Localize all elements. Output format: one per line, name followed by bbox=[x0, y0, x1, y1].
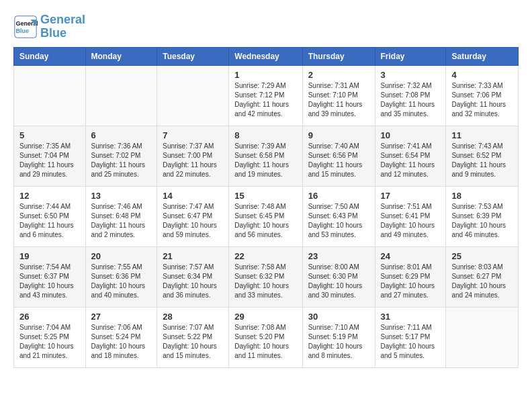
day-number: 7 bbox=[163, 130, 223, 140]
calendar-cell: 15Sunrise: 7:48 AM Sunset: 6:45 PM Dayli… bbox=[229, 186, 302, 246]
calendar-cell: 23Sunrise: 8:00 AM Sunset: 6:30 PM Dayli… bbox=[302, 246, 375, 307]
calendar-cell: 9Sunrise: 7:40 AM Sunset: 6:56 PM Daylig… bbox=[302, 126, 375, 186]
day-info: Sunrise: 7:51 AM Sunset: 6:41 PM Dayligh… bbox=[381, 202, 441, 240]
day-number: 4 bbox=[451, 70, 513, 80]
day-info: Sunrise: 7:31 AM Sunset: 7:10 PM Dayligh… bbox=[308, 81, 369, 119]
calendar-cell: 10Sunrise: 7:41 AM Sunset: 6:54 PM Dayli… bbox=[375, 126, 446, 186]
day-number: 31 bbox=[381, 312, 441, 322]
day-number: 30 bbox=[308, 312, 369, 322]
calendar-week-row: 1Sunrise: 7:29 AM Sunset: 7:12 PM Daylig… bbox=[14, 65, 519, 126]
day-info: Sunrise: 7:55 AM Sunset: 6:36 PM Dayligh… bbox=[91, 263, 152, 300]
day-info: Sunrise: 7:08 AM Sunset: 5:20 PM Dayligh… bbox=[234, 323, 296, 361]
calendar-cell: 8Sunrise: 7:39 AM Sunset: 6:58 PM Daylig… bbox=[229, 126, 302, 186]
day-info: Sunrise: 7:46 AM Sunset: 6:48 PM Dayligh… bbox=[91, 202, 152, 240]
calendar-cell: 2Sunrise: 7:31 AM Sunset: 7:10 PM Daylig… bbox=[302, 65, 375, 126]
calendar-cell bbox=[14, 65, 86, 126]
day-info: Sunrise: 7:10 AM Sunset: 5:19 PM Dayligh… bbox=[308, 323, 369, 361]
calendar-cell: 1Sunrise: 7:29 AM Sunset: 7:12 PM Daylig… bbox=[229, 65, 302, 126]
day-info: Sunrise: 7:35 AM Sunset: 7:04 PM Dayligh… bbox=[19, 142, 80, 179]
calendar-cell: 11Sunrise: 7:43 AM Sunset: 6:52 PM Dayli… bbox=[446, 126, 519, 186]
day-number: 5 bbox=[19, 130, 80, 140]
day-info: Sunrise: 7:29 AM Sunset: 7:12 PM Dayligh… bbox=[234, 81, 296, 119]
day-number: 27 bbox=[91, 312, 152, 322]
calendar-cell: 18Sunrise: 7:53 AM Sunset: 6:39 PM Dayli… bbox=[446, 186, 519, 246]
day-info: Sunrise: 8:00 AM Sunset: 6:30 PM Dayligh… bbox=[308, 263, 369, 300]
page-header: General Blue GeneralBlue bbox=[13, 13, 519, 40]
calendar-week-row: 5Sunrise: 7:35 AM Sunset: 7:04 PM Daylig… bbox=[14, 126, 519, 186]
weekday-header: Sunday bbox=[14, 47, 86, 65]
calendar-cell: 13Sunrise: 7:46 AM Sunset: 6:48 PM Dayli… bbox=[85, 186, 157, 246]
day-info: Sunrise: 7:48 AM Sunset: 6:45 PM Dayligh… bbox=[234, 202, 296, 240]
day-info: Sunrise: 7:33 AM Sunset: 7:06 PM Dayligh… bbox=[451, 81, 513, 119]
calendar-cell: 4Sunrise: 7:33 AM Sunset: 7:06 PM Daylig… bbox=[446, 65, 519, 126]
weekday-header: Thursday bbox=[302, 47, 375, 65]
day-number: 11 bbox=[451, 130, 513, 140]
calendar-cell: 3Sunrise: 7:32 AM Sunset: 7:08 PM Daylig… bbox=[375, 65, 446, 126]
day-number: 10 bbox=[381, 130, 441, 140]
weekday-header: Friday bbox=[375, 47, 446, 65]
calendar-cell: 16Sunrise: 7:50 AM Sunset: 6:43 PM Dayli… bbox=[302, 186, 375, 246]
calendar-cell: 20Sunrise: 7:55 AM Sunset: 6:36 PM Dayli… bbox=[85, 246, 157, 307]
day-info: Sunrise: 7:07 AM Sunset: 5:22 PM Dayligh… bbox=[163, 323, 223, 361]
weekday-header: Tuesday bbox=[157, 47, 229, 65]
day-info: Sunrise: 7:06 AM Sunset: 5:24 PM Dayligh… bbox=[91, 323, 152, 361]
day-number: 23 bbox=[308, 251, 369, 261]
calendar-cell: 19Sunrise: 7:54 AM Sunset: 6:37 PM Dayli… bbox=[14, 246, 86, 307]
logo-text: GeneralBlue bbox=[40, 13, 85, 40]
calendar-cell: 12Sunrise: 7:44 AM Sunset: 6:50 PM Dayli… bbox=[14, 186, 86, 246]
day-number: 12 bbox=[19, 191, 80, 201]
day-number: 26 bbox=[19, 312, 80, 322]
calendar-cell bbox=[157, 65, 229, 126]
calendar: SundayMondayTuesdayWednesdayThursdayFrid… bbox=[13, 47, 519, 368]
day-info: Sunrise: 7:50 AM Sunset: 6:43 PM Dayligh… bbox=[308, 202, 369, 240]
day-number: 1 bbox=[234, 70, 296, 80]
logo: General Blue GeneralBlue bbox=[13, 13, 85, 40]
calendar-cell: 28Sunrise: 7:07 AM Sunset: 5:22 PM Dayli… bbox=[157, 307, 229, 367]
day-number: 19 bbox=[19, 251, 80, 261]
day-info: Sunrise: 7:11 AM Sunset: 5:17 PM Dayligh… bbox=[381, 323, 441, 361]
day-info: Sunrise: 7:54 AM Sunset: 6:37 PM Dayligh… bbox=[19, 263, 80, 300]
calendar-week-row: 26Sunrise: 7:04 AM Sunset: 5:25 PM Dayli… bbox=[14, 307, 519, 367]
calendar-cell: 25Sunrise: 8:03 AM Sunset: 6:27 PM Dayli… bbox=[446, 246, 519, 307]
calendar-week-row: 12Sunrise: 7:44 AM Sunset: 6:50 PM Dayli… bbox=[14, 186, 519, 246]
calendar-cell: 21Sunrise: 7:57 AM Sunset: 6:34 PM Dayli… bbox=[157, 246, 229, 307]
calendar-cell: 22Sunrise: 7:58 AM Sunset: 6:32 PM Dayli… bbox=[229, 246, 302, 307]
calendar-cell bbox=[446, 307, 519, 367]
calendar-cell: 27Sunrise: 7:06 AM Sunset: 5:24 PM Dayli… bbox=[85, 307, 157, 367]
day-info: Sunrise: 7:47 AM Sunset: 6:47 PM Dayligh… bbox=[163, 202, 223, 240]
day-number: 14 bbox=[163, 191, 223, 201]
calendar-cell: 30Sunrise: 7:10 AM Sunset: 5:19 PM Dayli… bbox=[302, 307, 375, 367]
calendar-cell: 17Sunrise: 7:51 AM Sunset: 6:41 PM Dayli… bbox=[375, 186, 446, 246]
calendar-cell: 26Sunrise: 7:04 AM Sunset: 5:25 PM Dayli… bbox=[14, 307, 86, 367]
day-number: 20 bbox=[91, 251, 152, 261]
calendar-week-row: 19Sunrise: 7:54 AM Sunset: 6:37 PM Dayli… bbox=[14, 246, 519, 307]
day-info: Sunrise: 7:40 AM Sunset: 6:56 PM Dayligh… bbox=[308, 142, 369, 179]
day-info: Sunrise: 7:44 AM Sunset: 6:50 PM Dayligh… bbox=[19, 202, 80, 240]
weekday-header: Wednesday bbox=[229, 47, 302, 65]
day-info: Sunrise: 8:03 AM Sunset: 6:27 PM Dayligh… bbox=[451, 263, 513, 300]
day-info: Sunrise: 7:04 AM Sunset: 5:25 PM Dayligh… bbox=[19, 323, 80, 361]
day-number: 13 bbox=[91, 191, 152, 201]
calendar-cell: 7Sunrise: 7:37 AM Sunset: 7:00 PM Daylig… bbox=[157, 126, 229, 186]
svg-text:Blue: Blue bbox=[16, 28, 30, 34]
day-number: 21 bbox=[163, 251, 223, 261]
day-number: 29 bbox=[234, 312, 296, 322]
calendar-cell: 6Sunrise: 7:36 AM Sunset: 7:02 PM Daylig… bbox=[85, 126, 157, 186]
calendar-cell: 14Sunrise: 7:47 AM Sunset: 6:47 PM Dayli… bbox=[157, 186, 229, 246]
weekday-header-row: SundayMondayTuesdayWednesdayThursdayFrid… bbox=[14, 47, 519, 65]
day-info: Sunrise: 7:43 AM Sunset: 6:52 PM Dayligh… bbox=[451, 142, 513, 179]
calendar-cell: 24Sunrise: 8:01 AM Sunset: 6:29 PM Dayli… bbox=[375, 246, 446, 307]
day-info: Sunrise: 7:58 AM Sunset: 6:32 PM Dayligh… bbox=[234, 263, 296, 300]
day-number: 24 bbox=[381, 251, 441, 261]
calendar-cell bbox=[85, 65, 157, 126]
day-info: Sunrise: 7:41 AM Sunset: 6:54 PM Dayligh… bbox=[381, 142, 441, 179]
calendar-cell: 31Sunrise: 7:11 AM Sunset: 5:17 PM Dayli… bbox=[375, 307, 446, 367]
day-number: 2 bbox=[308, 70, 369, 80]
day-number: 3 bbox=[381, 70, 441, 80]
day-number: 28 bbox=[163, 312, 223, 322]
calendar-cell: 29Sunrise: 7:08 AM Sunset: 5:20 PM Dayli… bbox=[229, 307, 302, 367]
day-number: 8 bbox=[234, 130, 296, 140]
day-info: Sunrise: 8:01 AM Sunset: 6:29 PM Dayligh… bbox=[381, 263, 441, 300]
logo-icon: General Blue bbox=[13, 15, 38, 39]
day-number: 25 bbox=[451, 251, 513, 261]
